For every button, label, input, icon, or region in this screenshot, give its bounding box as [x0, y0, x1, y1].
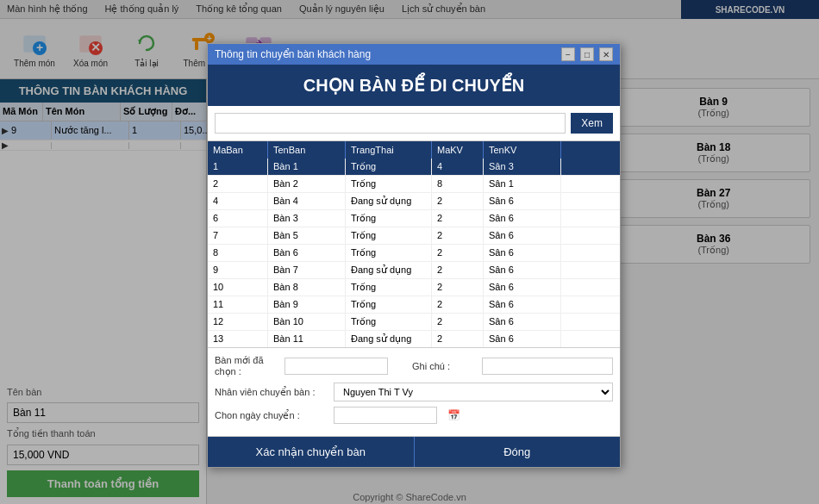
ban-moi-row: Bàn mới đã chọn : Ghi chú : [215, 355, 613, 377]
dialog-table-row[interactable]: 12Bàn 10Trống2Sân 6 [208, 314, 620, 331]
dialog-cell-0: 12 [208, 314, 268, 330]
ban-moi-input[interactable] [284, 358, 388, 375]
dialog-cell-4: Sân 6 [484, 279, 561, 296]
dialog-table-row[interactable]: 8Bàn 6Trống2Sân 6 [208, 245, 620, 262]
th-maban: MaBan [208, 141, 268, 159]
dialog-cell-1: Bàn 7 [268, 262, 346, 278]
dialog-cell-3: 2 [432, 296, 484, 313]
dialog-table-row[interactable]: 4Bàn 4Đang sử dụng2Sân 6 [208, 193, 620, 210]
maximize-button[interactable]: □ [580, 47, 594, 61]
confirm-button[interactable]: Xác nhận chuyển bàn [208, 437, 414, 467]
dialog-cell-2: Đang sử dụng [346, 331, 432, 347]
dialog-cell-1: Bàn 4 [268, 193, 346, 209]
dialog-cell-3: 8 [432, 176, 484, 192]
dialog-cell-2: Trống [346, 210, 432, 227]
dialog-cell-4: Sân 6 [484, 210, 561, 227]
dialog-cell-3: 2 [432, 245, 484, 261]
dialog-cell-1: Bàn 9 [268, 296, 346, 313]
th-tenkv: TenKV [484, 141, 561, 159]
dialog-cell-1: Bàn 5 [268, 227, 346, 244]
dialog: Thông tin chuyển bàn khách hàng − □ ✕ CH… [207, 43, 621, 468]
dialog-title-text: Thông tin chuyển bàn khách hàng [215, 48, 371, 60]
minimize-button[interactable]: − [561, 47, 575, 61]
dialog-cell-0: 7 [208, 227, 268, 244]
ngay-chuyen-row: Chon ngày chuyển : 16/12/2024 📅 [215, 407, 613, 424]
ban-moi-label: Bàn mới đã chọn : [215, 355, 278, 377]
dialog-header: CHỌN BÀN ĐỂ DI CHUYỂN [208, 65, 620, 106]
dialog-cell-2: Đang sử dụng [346, 262, 432, 278]
dialog-titlebar: Thông tin chuyển bàn khách hàng − □ ✕ [208, 44, 620, 65]
dialog-table-row[interactable]: 7Bàn 5Trống2Sân 6 [208, 227, 620, 245]
dialog-cell-3: 2 [432, 193, 484, 209]
nhan-vien-row: Nhân viên chuyển bàn : Nguyen Thi T Vy [215, 383, 613, 401]
dialog-cell-2: Trống [346, 314, 432, 330]
nhan-vien-select[interactable]: Nguyen Thi T Vy [334, 383, 613, 401]
dialog-cell-4: Sân 6 [484, 331, 561, 347]
ghi-chu-input[interactable] [482, 358, 613, 375]
dialog-table-row[interactable]: 13Bàn 11Đang sử dụng2Sân 6 [208, 331, 620, 348]
dialog-cell-2: Đang sử dụng [346, 193, 432, 209]
dialog-cell-4: Sân 6 [484, 296, 561, 313]
dialog-cell-3: 2 [432, 262, 484, 278]
dialog-cell-3: 2 [432, 279, 484, 296]
dialog-cell-1: Bàn 3 [268, 210, 346, 227]
dialog-cell-2: Trống [346, 279, 432, 296]
xem-button[interactable]: Xem [571, 113, 613, 134]
dialog-cell-2: Trống [346, 227, 432, 244]
th-trangthai: TrangThai [346, 141, 432, 159]
dialog-cell-0: 11 [208, 296, 268, 313]
search-input[interactable] [215, 113, 566, 134]
dialog-table-row[interactable]: 6Bàn 3Trống2Sân 6 [208, 210, 620, 227]
dialog-table-row[interactable]: 1Bàn 1Trống4Sân 3 [208, 159, 620, 176]
ghi-chu-label: Ghi chú : [412, 361, 475, 371]
dialog-cell-4: Sân 6 [484, 262, 561, 278]
close-button[interactable]: Đóng [414, 437, 621, 467]
dialog-cell-0: 1 [208, 159, 268, 175]
dialog-table-body: 1Bàn 1Trống4Sân 32Bàn 2Trống8Sân 14Bàn 4… [208, 159, 620, 348]
dialog-table-row[interactable]: 9Bàn 7Đang sử dụng2Sân 6 [208, 262, 620, 279]
dialog-cell-0: 6 [208, 210, 268, 227]
dialog-cell-2: Trống [346, 245, 432, 261]
dialog-cell-0: 13 [208, 331, 268, 347]
dialog-cell-2: Trống [346, 176, 432, 192]
dialog-controls: − □ ✕ [561, 47, 613, 61]
dialog-cell-3: 4 [432, 159, 484, 175]
dialog-search: Xem [208, 106, 620, 141]
dialog-cell-4: Sân 6 [484, 193, 561, 209]
dialog-cell-4: Sân 6 [484, 227, 561, 244]
dialog-cell-4: Sân 3 [484, 159, 561, 175]
dialog-cell-0: 4 [208, 193, 268, 209]
ngay-chuyen-input[interactable]: 16/12/2024 [334, 407, 437, 424]
dialog-cell-0: 2 [208, 176, 268, 192]
dialog-cell-1: Bàn 8 [268, 279, 346, 296]
dialog-cell-0: 8 [208, 245, 268, 261]
dialog-actions: Xác nhận chuyển bàn Đóng [208, 436, 620, 467]
dialog-table-row[interactable]: 2Bàn 2Trống8Sân 1 [208, 176, 620, 193]
ngay-chuyen-label: Chon ngày chuyển : [215, 410, 327, 421]
dialog-cell-0: 9 [208, 262, 268, 278]
dialog-table-row[interactable]: 10Bàn 8Trống2Sân 6 [208, 279, 620, 296]
dialog-table-row[interactable]: 11Bàn 9Trống2Sân 6 [208, 296, 620, 314]
calendar-icon[interactable]: 📅 [447, 409, 460, 421]
dialog-cell-1: Bàn 1 [268, 159, 346, 175]
dialog-cell-0: 10 [208, 279, 268, 296]
dialog-cell-4: Sân 6 [484, 245, 561, 261]
dialog-cell-4: Sân 1 [484, 176, 561, 192]
dialog-main-title: CHỌN BÀN ĐỂ DI CHUYỂN [303, 76, 524, 95]
dialog-table-header: MaBan TenBan TrangThai MaKV TenKV [208, 141, 620, 159]
dialog-cell-1: Bàn 10 [268, 314, 346, 330]
dialog-cell-2: Trống [346, 296, 432, 313]
close-dialog-button[interactable]: ✕ [599, 47, 613, 61]
dialog-cell-1: Bàn 6 [268, 245, 346, 261]
dialog-cell-2: Trống [346, 159, 432, 175]
dialog-cell-1: Bàn 11 [268, 331, 346, 347]
th-makv: MaKV [432, 141, 484, 159]
th-tenban: TenBan [268, 141, 346, 159]
dialog-cell-3: 2 [432, 314, 484, 330]
nhan-vien-label: Nhân viên chuyển bàn : [215, 387, 327, 398]
dialog-cell-3: 2 [432, 210, 484, 227]
dialog-footer: Bàn mới đã chọn : Ghi chú : Nhân viên ch… [208, 348, 620, 436]
dialog-cell-1: Bàn 2 [268, 176, 346, 192]
dialog-cell-3: 2 [432, 331, 484, 347]
dialog-cell-3: 2 [432, 227, 484, 244]
